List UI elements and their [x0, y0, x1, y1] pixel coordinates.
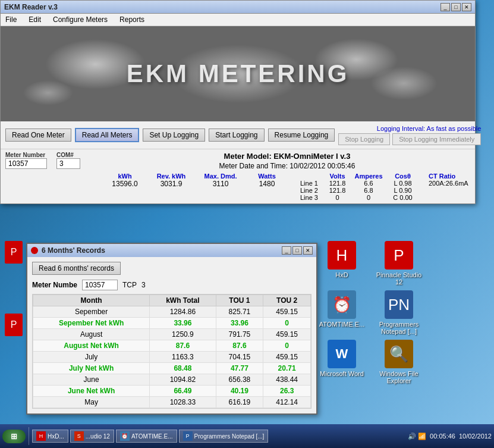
- left-pdf-icon-2: P: [5, 314, 23, 336]
- taskbar: ⊞ H HxD... S ...udio 12 ⏰ ATOMTIME.E... …: [0, 424, 494, 448]
- logging-interval: Logging Interval: As fast as possible: [377, 125, 482, 132]
- kwh-header: kWh: [104, 173, 146, 180]
- months-meter-label: Meter Numbe: [32, 281, 77, 289]
- months-body: Read 6 months' records Meter Numbe TCP 3…: [27, 257, 316, 413]
- stop-logging-button: Stop Logging: [338, 133, 390, 145]
- notepad-icon: PN: [385, 290, 413, 319]
- kwh-value: 13596.0: [104, 180, 146, 188]
- taskbar-item-atomtime[interactable]: ⏰ ATOMTIME.E...: [116, 430, 177, 443]
- left-desktop-icons: P P: [5, 241, 23, 336]
- tray-icons: 🔊 📶: [408, 433, 426, 440]
- file-explorer-icon: 🔍: [385, 340, 413, 368]
- atomtime-icon: ⏰: [328, 290, 356, 319]
- window-controls: _ □ ✕: [440, 3, 471, 11]
- read-all-meters-button[interactable]: Read All Meters: [75, 128, 140, 142]
- ekm-window: EKM Reader v.3 _ □ ✕ File Edit Configure…: [0, 0, 476, 204]
- read-6-months-button[interactable]: Read 6 months' records: [32, 262, 121, 275]
- desktop-icons-area: H HxD P Pinnacle Studio 12 ⏰ ATOMTIME.E.…: [318, 241, 423, 384]
- months-close-button[interactable]: ✕: [303, 246, 313, 255]
- menu-reports[interactable]: Reports: [117, 15, 147, 24]
- desktop-icon-hxd[interactable]: H HxD: [318, 241, 366, 286]
- table-row: July1163.3704.15459.15: [33, 352, 311, 363]
- menu-configure[interactable]: Configure Meters: [51, 15, 110, 24]
- desktop-icon-word[interactable]: W Microsoft Word: [318, 340, 366, 384]
- system-tray: 🔊 📶 00:05:46 10/02/2012: [408, 433, 492, 440]
- months-minimize-button[interactable]: _: [282, 246, 291, 255]
- line3-amperes: 0: [351, 194, 386, 201]
- lines-area: Volts Amperes Cosθ Line 1 121.8 6.6 L 0.…: [294, 173, 419, 201]
- line2-volts: 121.8: [324, 187, 351, 194]
- word-icon: W: [328, 340, 356, 368]
- taskbar-notepad-label: Programmers Notepad [...]: [194, 433, 265, 440]
- col-tou2: TOU 2: [263, 295, 311, 306]
- word-label: Microsoft Word: [320, 370, 364, 377]
- menu-edit[interactable]: Edit: [26, 15, 43, 24]
- left-icon-2[interactable]: P: [5, 314, 23, 336]
- start-button[interactable]: ⊞: [2, 430, 26, 443]
- line3-label: Line 3: [294, 194, 324, 201]
- months-table-header-row: Month kWh Total TOU 1 TOU 2: [33, 295, 311, 306]
- taskbar-item-studio[interactable]: S ...udio 12: [70, 430, 114, 443]
- meter-number-input[interactable]: [5, 158, 47, 169]
- minimize-button[interactable]: _: [440, 3, 450, 11]
- ct-ratio-area: CT Ratio 200A:26.6mA: [429, 173, 468, 187]
- stop-logging-immediately-button: Stop Logging Immediately: [392, 133, 481, 145]
- months-tcp-label: TCP: [122, 281, 137, 289]
- close-button[interactable]: ✕: [462, 3, 471, 11]
- taskbar-hxd-icon: H: [36, 431, 46, 441]
- col-month: Month: [33, 295, 150, 306]
- left-pdf-icon-1: P: [5, 241, 23, 264]
- taskbar-item-hxd[interactable]: H HxD...: [32, 430, 68, 443]
- maximize-button[interactable]: □: [451, 3, 461, 11]
- col-tou1: TOU 1: [216, 295, 263, 306]
- ct-ratio-value: 200A:26.6mA: [429, 180, 468, 187]
- table-row: August Net kWh87.687.60: [33, 340, 311, 352]
- months-tcp-value: 3: [141, 281, 146, 289]
- volts-header: Volts: [324, 173, 351, 180]
- menu-bar: File Edit Configure Meters Reports: [1, 14, 475, 26]
- months-table: Month kWh Total TOU 1 TOU 2 Sepember1284…: [33, 295, 311, 408]
- banner-text: EKM METERING: [127, 59, 350, 88]
- pinnacle-icon: P: [385, 241, 413, 270]
- taskbar-atomtime-icon: ⏰: [120, 431, 130, 441]
- com-label: COM#: [56, 152, 80, 158]
- desktop-icon-file-explorer[interactable]: 🔍 Windows File Explorer: [375, 340, 423, 384]
- months-table-scroll[interactable]: Month kWh Total TOU 1 TOU 2 Sepember1284…: [32, 294, 311, 409]
- com-group: COM#: [56, 152, 80, 169]
- red-dot-icon: [31, 247, 38, 254]
- table-row: July Net kWh68.4847.7720.71: [33, 363, 311, 374]
- taskbar-item-notepad[interactable]: P Programmers Notepad [...]: [179, 430, 269, 443]
- costheta-header: Cosθ: [386, 173, 419, 180]
- hxd-icon: H: [328, 241, 356, 270]
- desktop-icon-pinnacle[interactable]: P Pinnacle Studio 12: [375, 241, 423, 286]
- window-titlebar: EKM Reader v.3 _ □ ✕: [1, 1, 475, 14]
- table-row: May1028.33616.19412.14: [33, 397, 311, 408]
- left-icon-1[interactable]: P: [5, 241, 23, 264]
- read-one-meter-button[interactable]: Read One Meter: [5, 129, 71, 142]
- months-meter-row: Meter Numbe TCP 3: [32, 280, 311, 290]
- line1-cos: L 0.98: [386, 180, 419, 187]
- readings-area: kWh Rev. kWh Max. Dmd. Watts 13596.0 303…: [104, 173, 285, 188]
- months-maximize-button[interactable]: □: [292, 246, 302, 255]
- taskbar-studio-label: ...udio 12: [86, 433, 110, 440]
- start-logging-button[interactable]: Start Logging: [209, 129, 264, 142]
- resume-logging-button[interactable]: Resume Logging: [268, 129, 335, 142]
- desktop-icon-programmers-notepad[interactable]: PN Programmers Notepad [...]: [375, 290, 423, 335]
- line3-volts: 0: [324, 194, 351, 201]
- system-date: 10/02/2012: [459, 433, 492, 440]
- file-explorer-label: Windows File Explorer: [375, 370, 423, 384]
- menu-file[interactable]: File: [3, 15, 19, 24]
- line1-label: Line 1: [294, 180, 324, 187]
- set-up-logging-button[interactable]: Set Up Logging: [143, 129, 205, 142]
- months-meter-input[interactable]: [82, 280, 118, 290]
- table-row: Sepember Net kWh33.9633.960: [33, 318, 311, 329]
- taskbar-divider: [29, 427, 29, 445]
- com-input[interactable]: [56, 158, 80, 169]
- taskbar-items: H HxD... S ...udio 12 ⏰ ATOMTIME.E... P …: [32, 430, 268, 443]
- desktop-icon-atomtime[interactable]: ⏰ ATOMTIME.E...: [318, 290, 366, 335]
- table-row: June1094.82656.38438.44: [33, 374, 311, 386]
- taskbar-hxd-label: HxD...: [48, 433, 64, 440]
- table-row: June Net kWh66.4940.1926.3: [33, 386, 311, 397]
- table-row: Sepember1284.86825.71459.15: [33, 306, 311, 318]
- line1-amperes: 6.6: [351, 180, 386, 187]
